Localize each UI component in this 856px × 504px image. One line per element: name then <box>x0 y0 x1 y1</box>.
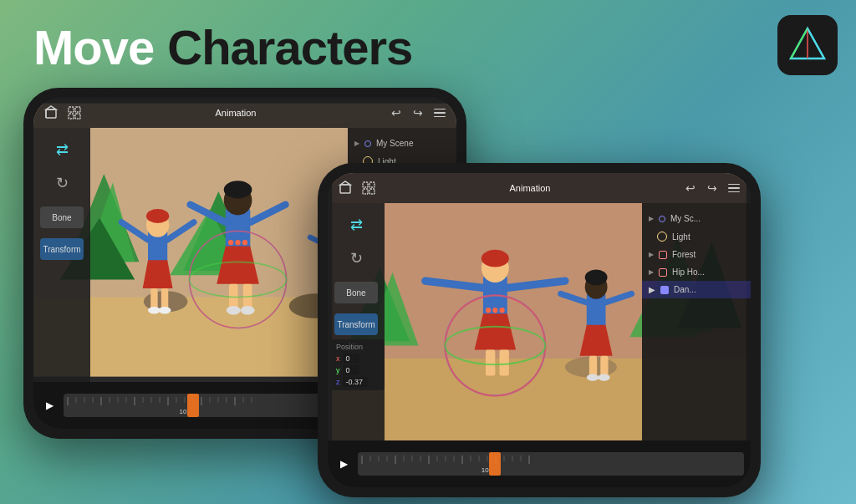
rotate-icon-2[interactable]: ↻ <box>343 245 369 272</box>
swap-icon[interactable]: ⇄ <box>48 136 75 163</box>
forest-icon-2 <box>659 251 667 259</box>
play-button-2[interactable]: ▶ <box>334 455 353 473</box>
timeline-label-2: 10 <box>482 466 489 474</box>
selection-icon-2[interactable] <box>359 179 378 197</box>
svg-rect-96 <box>369 189 374 194</box>
phone-2: Animation ↩ ↪ ⇄ ↻ Bone Transform <box>318 163 761 497</box>
z-value[interactable]: -0.37 <box>343 377 368 387</box>
svg-line-2 <box>791 28 808 59</box>
svg-point-34 <box>242 240 247 245</box>
undo-icon-2[interactable]: ↩ <box>682 180 699 196</box>
svg-rect-91 <box>340 185 350 193</box>
svg-point-32 <box>228 240 233 245</box>
timeline-playhead-2[interactable] <box>489 452 501 476</box>
title-area: Move Characters <box>33 23 412 72</box>
hamburger-menu-icon[interactable] <box>431 104 448 121</box>
svg-point-28 <box>224 181 252 198</box>
timeline-track-2[interactable]: 10 <box>358 452 744 476</box>
redo-icon-2[interactable]: ↪ <box>704 180 721 196</box>
svg-rect-76 <box>486 350 495 376</box>
svg-point-24 <box>148 307 160 313</box>
timeline-label-1: 10 <box>180 408 187 415</box>
svg-line-3 <box>808 28 824 59</box>
panel-item-hiphop-2[interactable]: ▶ Hip Ho... <box>642 263 751 281</box>
dance-label-2: Dan... <box>674 285 696 294</box>
panel-item-myscene-2[interactable]: ▶ My Sc... <box>642 210 751 227</box>
myscene-label: My Scene <box>376 139 413 148</box>
hiphop-label-2: Hip Ho... <box>672 267 705 277</box>
svg-rect-55 <box>69 107 74 112</box>
bone-button[interactable]: Bone <box>40 206 84 228</box>
phone-2-topbar: Animation ↩ ↪ <box>328 173 751 203</box>
scene-dot-2 <box>659 216 665 222</box>
y-label: y <box>336 366 340 374</box>
hamburger-menu-icon-2[interactable] <box>726 180 742 196</box>
panel-item-light-2[interactable]: Light <box>642 227 751 246</box>
expand-arrow-myscene: ▶ <box>354 140 359 147</box>
phone-2-left-sidebar: ⇄ ↻ Bone Transform Position x 0 y 0 <box>328 203 385 440</box>
x-value[interactable]: 0 <box>343 354 359 364</box>
phone-2-topbar-title: Animation <box>510 183 551 193</box>
app-icon[interactable] <box>777 15 838 75</box>
scene-dot <box>364 140 371 147</box>
svg-point-89 <box>587 374 599 381</box>
rotate-icon[interactable]: ↻ <box>48 170 75 196</box>
myscene-label-2: My Sc... <box>670 214 701 223</box>
phone-2-timeline: ▶ <box>328 440 751 487</box>
cube-icon[interactable] <box>42 104 60 122</box>
phone-1-topbar-title: Animation <box>216 108 257 118</box>
cube-icon-2[interactable] <box>336 179 354 197</box>
z-label: z <box>336 378 340 386</box>
svg-rect-95 <box>363 189 368 194</box>
transform-button[interactable]: Transform <box>40 238 84 260</box>
phone-1-topbar-left <box>42 104 84 122</box>
phone-2-screen: Animation ↩ ↪ ⇄ ↻ Bone Transform <box>328 173 751 487</box>
svg-rect-94 <box>369 182 374 187</box>
position-x-row: x 0 <box>336 354 380 364</box>
dance-icon-2 <box>660 286 669 294</box>
phone-2-right-panel: ▶ My Sc... Light ▶ Forest ▶ Hip Ho... <box>642 203 751 440</box>
timeline-playhead-1[interactable] <box>187 394 199 417</box>
hiphop-icon-2 <box>659 268 667 277</box>
svg-point-83 <box>585 270 608 286</box>
title-characters: Characters <box>167 23 412 72</box>
svg-rect-58 <box>75 114 80 119</box>
light-label-2: Light <box>672 232 690 242</box>
expand-arrow-myscene-2: ▶ <box>649 215 654 222</box>
panel-item-myscene[interactable]: ▶ My Scene <box>348 135 456 152</box>
svg-rect-56 <box>75 107 80 112</box>
svg-point-18 <box>146 209 169 223</box>
svg-marker-53 <box>46 106 56 109</box>
svg-rect-93 <box>363 182 368 187</box>
svg-point-38 <box>241 306 255 315</box>
phone-2-topbar-left <box>336 179 378 197</box>
bone-button-2[interactable]: Bone <box>334 282 378 303</box>
svg-marker-92 <box>340 181 350 185</box>
svg-rect-57 <box>69 114 74 119</box>
svg-point-90 <box>598 374 609 381</box>
selection-icon[interactable] <box>65 104 84 122</box>
position-y-row: y 0 <box>336 365 380 375</box>
prisma3d-logo-icon <box>787 25 828 65</box>
redo-icon[interactable]: ↪ <box>410 104 426 121</box>
phone-1-topbar-right: ↩ ↪ <box>388 104 448 121</box>
svg-point-75 <box>500 308 505 313</box>
expand-arrow-hiphop-2: ▶ <box>649 268 654 276</box>
svg-point-25 <box>159 307 171 313</box>
phone-2-topbar-right: ↩ ↪ <box>682 180 742 196</box>
svg-point-37 <box>227 306 241 315</box>
panel-item-dance-2[interactable]: ▶ Dan... <box>642 281 751 298</box>
svg-point-73 <box>486 308 491 313</box>
position-title: Position <box>336 343 380 351</box>
swap-icon-2[interactable]: ⇄ <box>343 211 369 238</box>
undo-icon[interactable]: ↩ <box>388 104 405 121</box>
svg-rect-77 <box>500 350 509 376</box>
forest-label-2: Forest <box>672 250 696 259</box>
panel-item-forest-2[interactable]: ▶ Forest <box>642 246 751 263</box>
title-move: Move <box>33 23 154 72</box>
y-value[interactable]: 0 <box>343 365 359 375</box>
transform-button-2[interactable]: Transform <box>334 313 378 335</box>
x-label: x <box>336 354 340 363</box>
svg-point-74 <box>492 308 497 313</box>
play-button-1[interactable]: ▶ <box>40 396 59 415</box>
